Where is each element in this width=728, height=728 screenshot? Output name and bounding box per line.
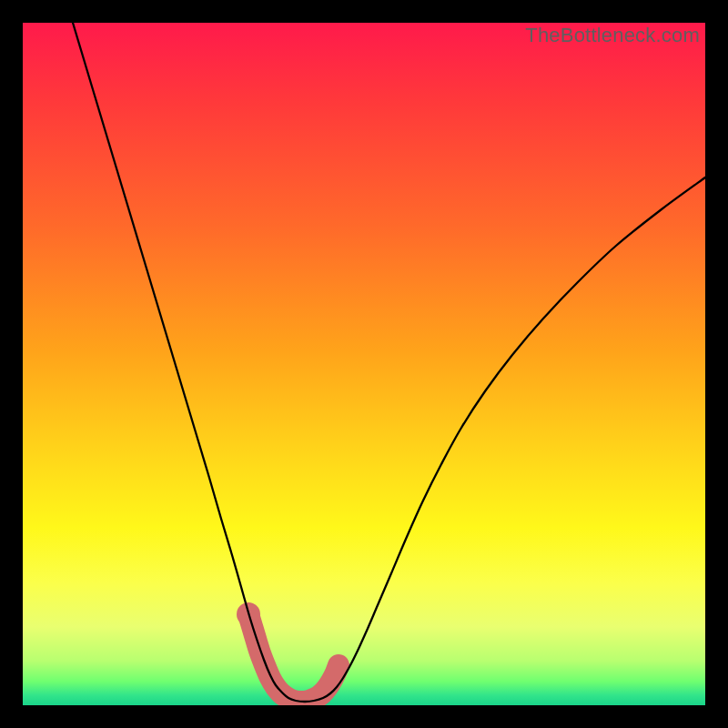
chart-frame: TheBottleneck.com — [23, 23, 705, 705]
watermark-label: TheBottleneck.com — [525, 24, 700, 47]
svg-rect-0 — [23, 23, 705, 705]
gradient-background — [23, 23, 705, 705]
